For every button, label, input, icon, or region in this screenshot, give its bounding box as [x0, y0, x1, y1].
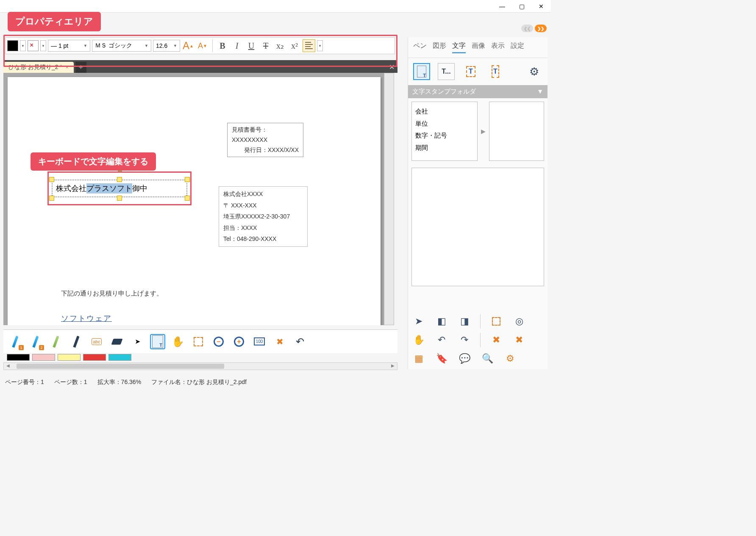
tab-settings[interactable]: 設定: [511, 41, 524, 53]
font-size-select[interactable]: 12.6▼: [153, 40, 180, 52]
text-mode-box[interactable]: T...: [438, 63, 455, 80]
list-item[interactable]: 期間: [415, 142, 474, 154]
target-icon[interactable]: ◎: [512, 314, 526, 329]
underline-button[interactable]: U: [245, 39, 258, 52]
layer-back-icon[interactable]: ◧: [434, 314, 449, 329]
tab-close-icon[interactable]: ×: [66, 64, 69, 70]
color-swatch-black[interactable]: [7, 354, 30, 361]
font-family-select[interactable]: ＭＳ ゴシック▼: [92, 40, 151, 52]
window-close-button[interactable]: ✕: [531, 0, 551, 13]
fill-none-swatch[interactable]: ×: [28, 40, 39, 51]
zoom-in-tool[interactable]: +: [231, 334, 247, 349]
canvas-area[interactable]: 見積書番号：XXXXXXXXX 発行日：XXXX/X/XX 株式会社XXXX 〒…: [3, 73, 387, 325]
layer-front-icon[interactable]: ◨: [457, 314, 472, 329]
subscript-button[interactable]: x₂: [274, 39, 286, 52]
text-color-dropdown[interactable]: ▼: [20, 40, 26, 51]
expand-arrow-icon[interactable]: ▶: [481, 128, 486, 135]
fill-dropdown[interactable]: ▼: [40, 40, 46, 51]
align-dropdown[interactable]: ▼: [317, 40, 323, 51]
color-swatch-pink[interactable]: [32, 354, 55, 361]
resize-handle-se[interactable]: [185, 196, 190, 201]
nav-arrows: ❮❮ ❯❯: [521, 25, 547, 32]
undo-icon[interactable]: ↶: [434, 333, 449, 347]
italic-button[interactable]: I: [231, 39, 243, 52]
bookmark-icon[interactable]: 🔖: [434, 351, 449, 366]
document-tabbar: ひな形 お見積り_2 * × + ✕: [3, 60, 397, 73]
tab-pen[interactable]: ペン: [413, 41, 427, 53]
pointer-tool[interactable]: ➤: [130, 334, 145, 349]
resize-handle-nw[interactable]: [49, 177, 54, 182]
zoom-out-tool[interactable]: –: [211, 334, 226, 349]
stroke-width-select[interactable]: — 1 pt▼: [48, 40, 90, 52]
nav-back-button[interactable]: ❮❮: [521, 25, 533, 32]
window-minimize-button[interactable]: —: [492, 0, 512, 13]
pen-tool-2[interactable]: 2: [28, 334, 43, 349]
text-mode-page[interactable]: T: [413, 63, 430, 80]
list-item[interactable]: 単位: [415, 118, 474, 130]
resize-handle-ne[interactable]: [185, 177, 190, 182]
resize-handle-n[interactable]: [117, 177, 122, 182]
tab-text[interactable]: 文字: [452, 41, 466, 53]
undo-tool[interactable]: ↶: [292, 334, 308, 349]
clear-tool[interactable]: ✖: [272, 334, 287, 349]
text-mode-horizontal[interactable]: T: [462, 63, 479, 80]
comment-icon[interactable]: 💬: [457, 351, 472, 366]
brush-tool[interactable]: [69, 334, 84, 349]
nav-forward-button[interactable]: ❯❯: [535, 25, 547, 32]
hand-icon[interactable]: ✋: [411, 333, 426, 347]
property-toolbar: ▼ × ▼ — 1 pt▼ ＭＳ ゴシック▼ 12.6▼ A▲ A▼ B I U…: [5, 37, 395, 54]
bold-button[interactable]: B: [216, 39, 229, 52]
superscript-button[interactable]: x²: [288, 39, 301, 52]
font-decrease-button[interactable]: A▼: [196, 39, 209, 52]
gear-icon[interactable]: ⚙: [503, 351, 517, 366]
divider: [480, 314, 481, 329]
pen-tool-1[interactable]: 1: [8, 334, 23, 349]
strike-button[interactable]: T: [259, 39, 272, 52]
tab-add-button[interactable]: +: [75, 62, 86, 73]
list-item[interactable]: 数字・記号: [415, 130, 474, 142]
document-tab[interactable]: ひな形 お見積り_2 * ×: [3, 62, 74, 73]
horizontal-scrollbar[interactable]: ◀ ▶: [3, 362, 397, 370]
redo-icon[interactable]: ↷: [457, 333, 472, 347]
divider: [480, 333, 481, 347]
text-abc-tool[interactable]: abc: [89, 334, 104, 349]
delete-selection-icon[interactable]: ✖: [512, 333, 526, 347]
resize-handle-sw[interactable]: [49, 196, 54, 201]
zoom-100-tool[interactable]: 100: [252, 334, 267, 349]
resize-handle-s[interactable]: [117, 196, 122, 201]
pointer-icon[interactable]: ➤: [411, 314, 426, 329]
select-area-tool[interactable]: [191, 334, 206, 349]
align-left-button[interactable]: [303, 39, 315, 52]
text-mode-vertical[interactable]: T: [487, 63, 504, 80]
edit-selected: プラスソフト: [86, 183, 132, 193]
tabbar-close-button[interactable]: ✕: [386, 61, 397, 73]
folder-list[interactable]: 会社 単位 数字・記号 期間: [411, 102, 478, 161]
eraser-tool[interactable]: [109, 334, 125, 349]
text-settings-gear-icon[interactable]: ⚙: [525, 63, 542, 80]
tab-view[interactable]: 表示: [491, 41, 505, 53]
color-swatch-row: [7, 354, 131, 361]
delete-pointer-icon[interactable]: ✖: [489, 333, 503, 347]
highlighter-tool[interactable]: [48, 334, 64, 349]
stamp-list[interactable]: [489, 102, 544, 161]
text-stamp-tool[interactable]: T: [150, 334, 165, 349]
scrollbar-thumb[interactable]: [17, 364, 224, 369]
select-region-icon[interactable]: [489, 314, 503, 329]
color-swatch-cyan[interactable]: [108, 354, 131, 361]
callout-property-area: プロパティエリア: [8, 12, 101, 31]
text-edit-box[interactable]: 株式会社プラスソフト 御中: [52, 180, 187, 197]
right-panel-tabs: ペン 図形 文字 画像 表示 設定: [408, 37, 548, 58]
quote-header-box: 見積書番号：XXXXXXXXX 発行日：XXXX/X/XX: [227, 123, 303, 157]
search-icon[interactable]: 🔍: [480, 351, 495, 366]
tab-image[interactable]: 画像: [472, 41, 485, 53]
grid-view-icon[interactable]: ▦: [411, 351, 426, 366]
color-swatch-red[interactable]: [83, 354, 106, 361]
stamp-folder-lists: 会社 単位 数字・記号 期間 ▶: [408, 98, 548, 164]
text-color-swatch[interactable]: [7, 40, 18, 51]
window-maximize-button[interactable]: ▢: [512, 0, 531, 13]
stamp-folder-header[interactable]: 文字スタンプフォルダ▼: [408, 85, 548, 98]
tab-shape[interactable]: 図形: [433, 41, 446, 53]
color-swatch-yellow[interactable]: [58, 354, 81, 361]
hand-tool[interactable]: ✋: [170, 334, 186, 349]
font-increase-button[interactable]: A▲: [182, 39, 195, 52]
